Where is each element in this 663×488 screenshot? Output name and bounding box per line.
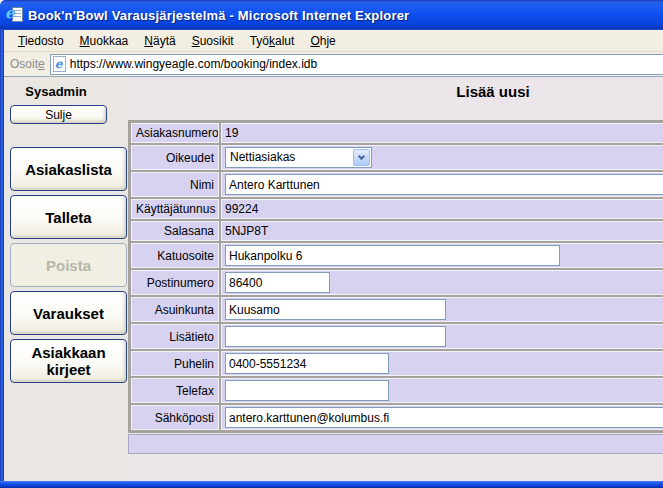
form-row-lisatieto: Lisätieto	[131, 324, 663, 349]
menu-item-ohje[interactable]: Ohje	[302, 32, 343, 50]
form-row-oikeudet: OikeudetNettiasiakas	[131, 145, 663, 170]
salasana-value-cell: 5NJP8T	[221, 221, 663, 241]
chevron-down-icon[interactable]	[353, 149, 370, 166]
lisatieto-label: Lisätieto	[131, 324, 219, 349]
address-label: Osoite	[10, 57, 45, 71]
form-row-nimi: Nimi	[131, 172, 663, 197]
url-text: https://www.wingyeagle.com/booking/index…	[70, 57, 317, 71]
form-row-asuinkunta: Asuinkunta	[131, 297, 663, 322]
sahkoposti-value-cell	[221, 405, 663, 430]
form-rows: Asiakasnumero19OikeudetNettiasiakasNimiK…	[131, 123, 663, 430]
form-row-sahkoposti: Sähköposti	[131, 405, 663, 430]
sahkoposti-input[interactable]	[225, 407, 663, 428]
browser-window: e Book'n'Bowl Varausjärjestelmä - Micros…	[0, 0, 663, 488]
form-row-katuosoite: Katuosoite	[131, 243, 663, 268]
sidebar: Sysadmin Sulje AsiakaslistaTalletaPoista…	[4, 77, 128, 481]
telefax-label: Telefax	[131, 378, 219, 403]
form-row-asiakasnumero: Asiakasnumero19	[131, 123, 663, 143]
kayttajatunnus-label: Käyttäjätunnus	[131, 199, 219, 219]
nimi-input[interactable]	[225, 174, 663, 195]
form-row-telefax: Telefax	[131, 378, 663, 403]
page-title: Lisää uusi	[128, 83, 663, 100]
menu-item-muokkaa[interactable]: Muokkaa	[72, 32, 137, 50]
asuinkunta-value-cell	[221, 297, 663, 322]
asiakasnumero-label: Asiakasnumero	[131, 123, 219, 143]
telefax-input[interactable]	[225, 380, 389, 401]
main-content: Lisää uusi Asiakasnumero19OikeudetNettia…	[128, 77, 663, 481]
varaukset-button[interactable]: Varaukset	[10, 291, 127, 335]
asuinkunta-input[interactable]	[225, 299, 446, 320]
kayttajatunnus-value: 99224	[225, 202, 258, 216]
asiakkaan-kirjeet-button[interactable]: Asiakkaan kirjeet	[10, 339, 127, 383]
form-row-postinumero: Postinumero	[131, 270, 663, 295]
puhelin-label: Puhelin	[131, 351, 219, 376]
sahkoposti-label: Sähköposti	[131, 405, 219, 430]
address-input[interactable]: e https://www.wingyeagle.com/booking/ind…	[50, 54, 663, 75]
menu-item-tykalut[interactable]: Työkalut	[242, 32, 303, 50]
poista-button[interactable]: Poista	[10, 243, 127, 287]
form-row-salasana: Salasana5NJP8T	[131, 221, 663, 241]
lisatieto-input[interactable]	[225, 326, 446, 347]
title-bar: e Book'n'Bowl Varausjärjestelmä - Micros…	[0, 0, 663, 30]
talleta-button[interactable]: Talleta	[10, 195, 127, 239]
nimi-value-cell	[221, 172, 663, 197]
katuosoite-value-cell	[221, 243, 663, 268]
asiakasnumero-value-cell: 19	[221, 123, 663, 143]
kayttajatunnus-value-cell: 99224	[221, 199, 663, 219]
asuinkunta-label: Asuinkunta	[131, 297, 219, 322]
lisatieto-value-cell	[221, 324, 663, 349]
ie-page-icon: e	[53, 56, 66, 72]
form-row-kayttajatunnus: Käyttäjätunnus99224	[131, 199, 663, 219]
address-bar: Osoite e https://www.wingyeagle.com/book…	[4, 52, 663, 77]
menu-item-nyt[interactable]: Näytä	[136, 32, 183, 50]
katuosoite-label: Katuosoite	[131, 243, 219, 268]
sulje-button[interactable]: Sulje	[10, 105, 107, 124]
oikeudet-value-cell: Nettiasiakas	[221, 145, 663, 170]
form-row-puhelin: Puhelin	[131, 351, 663, 376]
telefax-value-cell	[221, 378, 663, 403]
puhelin-value-cell	[221, 351, 663, 376]
window-title: Book'n'Bowl Varausjärjestelmä - Microsof…	[28, 8, 409, 23]
katuosoite-input[interactable]	[225, 245, 560, 266]
menu-item-suosikit[interactable]: Suosikit	[184, 32, 242, 50]
menu-bar: TiedostoMuokkaaNäytäSuosikitTyökalutOhje	[4, 30, 663, 52]
salasana-value: 5NJP8T	[225, 224, 268, 238]
ie-app-icon: e	[6, 7, 23, 24]
sidebar-nav: AsiakaslistaTalletaPoistaVarauksetAsiakk…	[4, 147, 128, 383]
window-bottom-border	[0, 481, 663, 488]
role-label: Sysadmin	[4, 84, 108, 99]
menu-item-tiedosto[interactable]: Tiedosto	[10, 32, 72, 50]
form-footer-strip	[128, 434, 663, 454]
asiakasnumero-value: 19	[225, 126, 238, 140]
postinumero-label: Postinumero	[131, 270, 219, 295]
oikeudet-select[interactable]: Nettiasiakas	[225, 147, 372, 168]
nimi-label: Nimi	[131, 172, 219, 197]
postinumero-value-cell	[221, 270, 663, 295]
asiakaslista-button[interactable]: Asiakaslista	[10, 147, 127, 191]
oikeudet-label: Oikeudet	[131, 145, 219, 170]
customer-form-table: Asiakasnumero19OikeudetNettiasiakasNimiK…	[128, 120, 663, 433]
postinumero-input[interactable]	[225, 272, 330, 293]
puhelin-input[interactable]	[225, 353, 389, 374]
salasana-label: Salasana	[131, 221, 219, 241]
